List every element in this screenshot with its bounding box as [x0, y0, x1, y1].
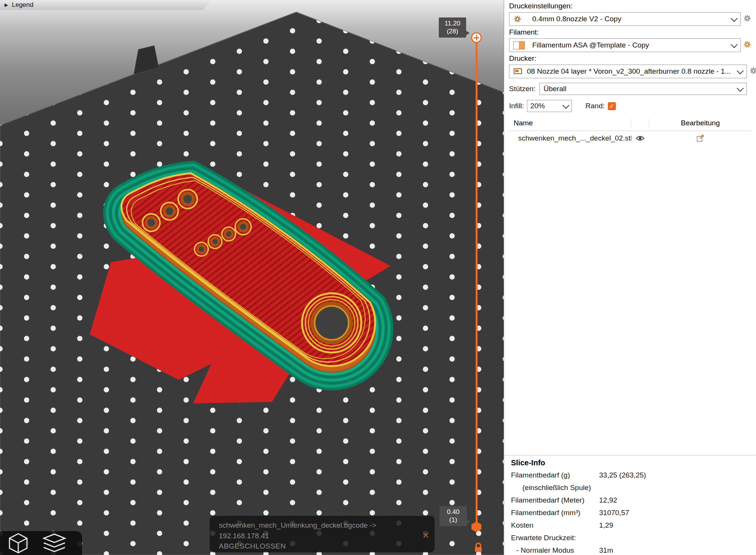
toast-close-icon[interactable]: ✕ [422, 530, 429, 542]
legend-label: Legend [12, 1, 33, 9]
view-mode-toolbar [0, 531, 82, 555]
table-row[interactable]: schwenken_mech_..._deckel_02.stl [509, 131, 751, 145]
supports-value: Überall [544, 85, 731, 93]
object-table: Name Bearbeitung schwenken_mech_..._deck… [509, 117, 751, 145]
legend-expand-icon: ▶ [5, 2, 8, 8]
model-tail-hole [302, 293, 361, 353]
chevron-down-icon [731, 41, 737, 48]
gear-icon [513, 15, 522, 23]
filament-g-value: 33,25 (263,25) [599, 471, 646, 479]
settings-panel: Druckeinstellungen: 0.4mm 0.8nozzle V2 -… [504, 0, 756, 555]
printer-label: Drucker: [509, 54, 751, 63]
toast-host: 192.168.178.41 [219, 531, 418, 541]
edit-object-icon[interactable] [649, 134, 751, 142]
slice-info-section: Slice-Info Filamentbedarf (g) 33,25 (263… [505, 455, 756, 555]
filament-label: Filament: [509, 28, 751, 36]
print-settings-label: Druckeinstellungen: [509, 2, 751, 10]
filament-mm3-value: 31070,57 [599, 509, 629, 517]
filament-mm3-label: Filamentbedarf (mm³) [511, 509, 580, 517]
slice-info-title: Slice-Info [511, 459, 751, 467]
chevron-down-icon [737, 67, 743, 74]
printer-gear-button[interactable] [749, 66, 756, 77]
infill-select[interactable]: 20% [527, 100, 572, 112]
cost-label: Kosten [511, 521, 533, 529]
print-settings-value: 0.4mm 0.8nozzle V2 - Copy [526, 15, 725, 23]
printer-select[interactable]: 08 Nozzle 04 layer * Voron_v2_300_afterb… [509, 65, 747, 78]
brim-label: Rand: [585, 102, 605, 110]
layer-tooltip-top: 11.20 (28) [439, 17, 466, 38]
layer-tooltip-bottom: 0.40 (1) [440, 506, 467, 526]
printer-value: 08 Nozzle 04 layer * Voron_v2_300_afterb… [527, 67, 731, 76]
layer-bottom-index: (1) [440, 516, 467, 524]
slider-lock-icon[interactable] [473, 542, 483, 555]
layer-bottom-height: 0.40 [440, 508, 467, 516]
print-time-mode-label: - Normaler Modus [516, 546, 574, 554]
layers-view-icon[interactable] [43, 533, 66, 553]
chevron-down-icon [737, 85, 743, 92]
object-name: schwenken_mech_..._deckel_02.stl [509, 134, 631, 142]
infill-value: 20% [530, 102, 561, 110]
filament-gear-button[interactable] [743, 40, 751, 51]
filament-m-label: Filamentbedarf (Meter) [511, 496, 584, 504]
chevron-down-icon [731, 15, 737, 22]
3d-viewport[interactable]: ▶ Legend 11.20 (28) 0.40 (1) schwenken_m… [0, 0, 504, 555]
infill-label: Infill: [509, 102, 524, 110]
column-header-name: Name [509, 119, 631, 127]
chevron-down-icon [562, 102, 569, 109]
visibility-eye-icon[interactable] [631, 135, 649, 141]
filament-value: Fillamentum ASA @Template - Copy [529, 41, 725, 49]
cost-value: 1,29 [599, 521, 613, 530]
filament-g-sublabel: (einschließlich Spule) [522, 484, 591, 492]
layer-top-index: (28) [439, 27, 466, 35]
build-plate-scene [0, 0, 504, 555]
upload-notification: schwenken_mech_Umlenkung_deckel.bgcode -… [210, 516, 435, 552]
layer-slider-top-handle[interactable] [471, 32, 482, 43]
object-table-header: Name Bearbeitung [509, 117, 751, 131]
filament-color-swatch [513, 41, 525, 49]
column-header-visibility [631, 119, 649, 127]
toast-filename: schwenken_mech_Umlenkung_deckel.bgcode -… [219, 520, 418, 531]
print-time-label: Erwartete Druckzeit: [511, 534, 576, 542]
3d-view-icon[interactable] [8, 533, 29, 554]
filament-m-value: 12,92 [599, 496, 617, 504]
layer-top-height: 11.20 [439, 19, 466, 27]
printer-icon [513, 68, 522, 75]
filament-g-label: Filamentbedarf (g) [511, 471, 570, 479]
legend-toggle[interactable]: ▶ Legend [0, 0, 211, 10]
print-settings-select[interactable]: 0.4mm 0.8nozzle V2 - Copy [509, 12, 741, 26]
column-header-edit: Bearbeitung [649, 119, 751, 127]
layer-slider-track[interactable] [476, 38, 478, 527]
print-time-mode-value: 31m [599, 546, 613, 555]
filament-select[interactable]: Fillamentum ASA @Template - Copy [509, 38, 741, 52]
toast-status: ABGESCHLOSSEN [219, 541, 418, 552]
supports-label: Stützen: [509, 85, 536, 93]
brim-checkbox[interactable]: ✓ [608, 102, 616, 110]
supports-select[interactable]: Überall [539, 83, 747, 95]
print-settings-gear-button[interactable] [743, 14, 751, 24]
